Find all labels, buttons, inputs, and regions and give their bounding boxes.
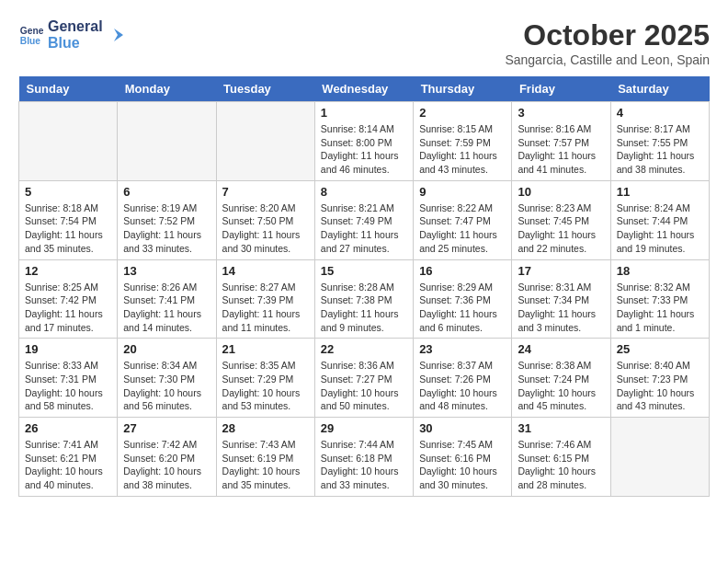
calendar-table: SundayMondayTuesdayWednesdayThursdayFrid… [18, 76, 710, 497]
day-number: 31 [518, 421, 604, 435]
day-info: Sunrise: 8:19 AMSunset: 7:52 PMDaylight:… [123, 201, 210, 256]
calendar-cell: 11Sunrise: 8:24 AMSunset: 7:44 PMDayligh… [610, 180, 709, 259]
weekday-header-friday: Friday [512, 76, 610, 102]
weekday-header-monday: Monday [118, 76, 216, 102]
day-info: Sunrise: 7:43 AMSunset: 6:19 PMDaylight:… [222, 438, 309, 492]
day-info: Sunrise: 7:45 AMSunset: 6:16 PMDaylight:… [419, 438, 506, 492]
logo-blue: Blue [48, 35, 103, 52]
calendar-cell: 10Sunrise: 8:23 AMSunset: 7:45 PMDayligh… [512, 180, 610, 259]
day-info: Sunrise: 8:22 AMSunset: 7:47 PMDaylight:… [419, 201, 506, 256]
calendar-cell: 31Sunrise: 7:46 AMSunset: 6:15 PMDayligh… [512, 418, 610, 497]
logo-icon: General Blue [18, 22, 44, 48]
day-info: Sunrise: 8:32 AMSunset: 7:33 PMDaylight:… [617, 281, 703, 335]
day-info: Sunrise: 8:14 AMSunset: 8:00 PMDaylight:… [321, 122, 407, 177]
svg-marker-2 [114, 29, 123, 41]
day-number: 4 [617, 106, 703, 120]
day-info: Sunrise: 8:38 AMSunset: 7:24 PMDaylight:… [518, 359, 604, 413]
day-number: 23 [419, 342, 506, 356]
day-number: 2 [419, 106, 506, 120]
calendar-cell: 12Sunrise: 8:25 AMSunset: 7:42 PMDayligh… [19, 259, 118, 339]
day-info: Sunrise: 8:21 AMSunset: 7:49 PMDaylight:… [321, 201, 407, 256]
day-number: 1 [321, 106, 407, 120]
day-number: 12 [25, 264, 111, 278]
calendar-cell: 18Sunrise: 8:32 AMSunset: 7:33 PMDayligh… [610, 259, 709, 339]
day-info: Sunrise: 8:20 AMSunset: 7:50 PMDaylight:… [222, 201, 309, 256]
calendar-cell: 6Sunrise: 8:19 AMSunset: 7:52 PMDaylight… [118, 180, 216, 259]
calendar-cell: 28Sunrise: 7:43 AMSunset: 6:19 PMDayligh… [216, 418, 314, 497]
day-info: Sunrise: 8:26 AMSunset: 7:41 PMDaylight:… [123, 281, 210, 335]
day-number: 10 [518, 185, 604, 199]
weekday-header-row: SundayMondayTuesdayWednesdayThursdayFrid… [19, 76, 710, 102]
calendar-cell: 8Sunrise: 8:21 AMSunset: 7:49 PMDaylight… [314, 180, 413, 259]
weekday-header-thursday: Thursday [414, 76, 512, 102]
calendar-cell [19, 102, 118, 181]
title-section: October 2025 Sangarcia, Castille and Leo… [505, 18, 710, 67]
calendar-week-3: 12Sunrise: 8:25 AMSunset: 7:42 PMDayligh… [19, 259, 710, 339]
day-number: 17 [518, 264, 604, 278]
day-number: 19 [25, 342, 111, 356]
page-header: General Blue General Blue October 2025 S… [18, 18, 710, 67]
calendar-cell: 5Sunrise: 8:18 AMSunset: 7:54 PMDaylight… [19, 180, 118, 259]
day-number: 13 [123, 264, 210, 278]
day-number: 22 [321, 342, 407, 356]
day-number: 18 [617, 264, 703, 278]
day-number: 16 [419, 264, 506, 278]
calendar-cell: 30Sunrise: 7:45 AMSunset: 6:16 PMDayligh… [414, 418, 512, 497]
day-info: Sunrise: 8:16 AMSunset: 7:57 PMDaylight:… [518, 122, 604, 177]
calendar-cell [118, 102, 216, 181]
day-number: 29 [321, 421, 407, 435]
calendar-cell: 2Sunrise: 8:15 AMSunset: 7:59 PMDaylight… [414, 102, 512, 181]
logo: General Blue General Blue [18, 18, 127, 52]
day-info: Sunrise: 8:28 AMSunset: 7:38 PMDaylight:… [321, 281, 407, 335]
calendar-cell: 1Sunrise: 8:14 AMSunset: 8:00 PMDaylight… [314, 102, 413, 181]
weekday-header-sunday: Sunday [19, 76, 118, 102]
calendar-cell: 9Sunrise: 8:22 AMSunset: 7:47 PMDaylight… [414, 180, 512, 259]
logo-arrow-icon [107, 25, 127, 45]
day-number: 8 [321, 185, 407, 199]
calendar-cell: 22Sunrise: 8:36 AMSunset: 7:27 PMDayligh… [314, 339, 413, 418]
calendar-week-4: 19Sunrise: 8:33 AMSunset: 7:31 PMDayligh… [19, 339, 710, 418]
day-number: 6 [123, 185, 210, 199]
weekday-header-wednesday: Wednesday [314, 76, 413, 102]
day-info: Sunrise: 8:17 AMSunset: 7:55 PMDaylight:… [617, 122, 703, 177]
day-number: 28 [222, 421, 309, 435]
calendar-cell: 27Sunrise: 7:42 AMSunset: 6:20 PMDayligh… [118, 418, 216, 497]
day-info: Sunrise: 8:27 AMSunset: 7:39 PMDaylight:… [222, 281, 309, 335]
day-number: 30 [419, 421, 506, 435]
day-number: 9 [419, 185, 506, 199]
calendar-cell: 15Sunrise: 8:28 AMSunset: 7:38 PMDayligh… [314, 259, 413, 339]
day-number: 21 [222, 342, 309, 356]
calendar-cell: 25Sunrise: 8:40 AMSunset: 7:23 PMDayligh… [610, 339, 709, 418]
day-number: 7 [222, 185, 309, 199]
calendar-week-1: 1Sunrise: 8:14 AMSunset: 8:00 PMDaylight… [19, 102, 710, 181]
day-info: Sunrise: 7:42 AMSunset: 6:20 PMDaylight:… [123, 438, 210, 492]
day-info: Sunrise: 7:46 AMSunset: 6:15 PMDaylight:… [518, 438, 604, 492]
day-info: Sunrise: 8:33 AMSunset: 7:31 PMDaylight:… [25, 359, 111, 413]
calendar-cell: 13Sunrise: 8:26 AMSunset: 7:41 PMDayligh… [118, 259, 216, 339]
day-number: 3 [518, 106, 604, 120]
calendar-cell: 3Sunrise: 8:16 AMSunset: 7:57 PMDaylight… [512, 102, 610, 181]
day-number: 27 [123, 421, 210, 435]
day-number: 26 [25, 421, 111, 435]
day-info: Sunrise: 8:36 AMSunset: 7:27 PMDaylight:… [321, 359, 407, 413]
day-info: Sunrise: 8:23 AMSunset: 7:45 PMDaylight:… [518, 201, 604, 256]
month-year-title: October 2025 [505, 18, 710, 52]
calendar-cell: 14Sunrise: 8:27 AMSunset: 7:39 PMDayligh… [216, 259, 314, 339]
calendar-cell: 7Sunrise: 8:20 AMSunset: 7:50 PMDaylight… [216, 180, 314, 259]
day-number: 24 [518, 342, 604, 356]
day-info: Sunrise: 8:15 AMSunset: 7:59 PMDaylight:… [419, 122, 506, 177]
day-info: Sunrise: 7:41 AMSunset: 6:21 PMDaylight:… [25, 438, 111, 492]
calendar-cell: 24Sunrise: 8:38 AMSunset: 7:24 PMDayligh… [512, 339, 610, 418]
weekday-header-saturday: Saturday [610, 76, 709, 102]
calendar-week-5: 26Sunrise: 7:41 AMSunset: 6:21 PMDayligh… [19, 418, 710, 497]
calendar-cell: 21Sunrise: 8:35 AMSunset: 7:29 PMDayligh… [216, 339, 314, 418]
day-info: Sunrise: 8:37 AMSunset: 7:26 PMDaylight:… [419, 359, 506, 413]
day-number: 5 [25, 185, 111, 199]
day-info: Sunrise: 7:44 AMSunset: 6:18 PMDaylight:… [321, 438, 407, 492]
svg-text:Blue: Blue [20, 37, 41, 47]
calendar-cell: 16Sunrise: 8:29 AMSunset: 7:36 PMDayligh… [414, 259, 512, 339]
day-number: 20 [123, 342, 210, 356]
calendar-cell: 23Sunrise: 8:37 AMSunset: 7:26 PMDayligh… [414, 339, 512, 418]
day-info: Sunrise: 8:18 AMSunset: 7:54 PMDaylight:… [25, 201, 111, 256]
day-info: Sunrise: 8:25 AMSunset: 7:42 PMDaylight:… [25, 281, 111, 335]
